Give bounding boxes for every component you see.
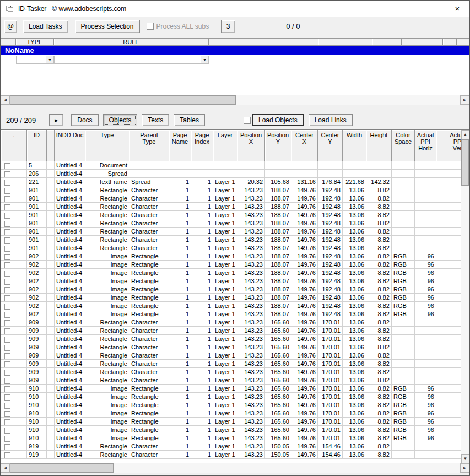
objects-hscrollbar[interactable]: ◄ ► bbox=[1, 463, 469, 473]
table-row[interactable]: 909Untitled-4RectangleCharacter11Layer 1… bbox=[1, 343, 469, 351]
table-row[interactable]: 910Untitled-4ImageRectangle11Layer 1143.… bbox=[1, 409, 469, 418]
texts-button[interactable]: Texts bbox=[142, 114, 169, 126]
row-checkbox[interactable] bbox=[4, 287, 10, 293]
table-row[interactable]: 909Untitled-4RectangleCharacter11Layer 1… bbox=[1, 318, 469, 327]
table-row[interactable]: 910Untitled-4ImageRectangle11Layer 1143.… bbox=[1, 418, 469, 426]
rule-combo[interactable]: ▼ bbox=[54, 56, 209, 64]
table-row[interactable]: 910Untitled-4ImageRectangle11Layer 1143.… bbox=[1, 434, 469, 442]
batch-count-field[interactable]: 3 bbox=[221, 20, 235, 33]
scroll-right-arrow-icon[interactable]: ► bbox=[460, 463, 469, 473]
row-checkbox[interactable] bbox=[4, 196, 10, 202]
row-checkbox[interactable] bbox=[4, 213, 10, 219]
at-button[interactable]: @ bbox=[4, 20, 17, 33]
row-checkbox[interactable] bbox=[4, 320, 10, 326]
row-checkbox[interactable] bbox=[4, 452, 10, 458]
table-row[interactable]: 221Untitled-4TextFrameSpread11Layer 120.… bbox=[1, 178, 469, 186]
row-checkbox[interactable] bbox=[4, 229, 10, 235]
row-checkbox[interactable] bbox=[4, 221, 10, 227]
row-checkbox[interactable] bbox=[4, 411, 10, 417]
table-row[interactable]: 910Untitled-4ImageRectangle11Layer 1143.… bbox=[1, 385, 469, 393]
table-row[interactable]: 909Untitled-4RectangleCharacter11Layer 1… bbox=[1, 351, 469, 360]
table-row[interactable]: 5Untitled-4Document bbox=[1, 161, 469, 170]
row-checkbox[interactable] bbox=[4, 295, 10, 301]
row-checkbox[interactable] bbox=[4, 436, 10, 442]
table-row[interactable]: 902Untitled-4ImageRectangle11Layer 1143.… bbox=[1, 269, 469, 277]
table-row[interactable]: 902Untitled-4ImageRectangle11Layer 1143.… bbox=[1, 310, 469, 318]
table-row[interactable]: 901Untitled-4RectangleCharacter11Layer 1… bbox=[1, 203, 469, 211]
table-row[interactable]: 902Untitled-4ImageRectangle11Layer 1143.… bbox=[1, 277, 469, 285]
load-tasks-button[interactable]: Load Tasks bbox=[23, 20, 68, 33]
table-row[interactable]: 919Untitled-4RectangleCharacter11Layer 1… bbox=[1, 442, 469, 451]
table-row[interactable]: 910Untitled-4ImageRectangle11Layer 1143.… bbox=[1, 393, 469, 401]
row-checkbox[interactable] bbox=[4, 246, 10, 252]
row-checkbox[interactable] bbox=[4, 394, 10, 401]
row-checkbox[interactable] bbox=[4, 386, 10, 392]
table-row[interactable]: 901Untitled-4RectangleCharacter11Layer 1… bbox=[1, 219, 469, 228]
table-row[interactable]: 902Untitled-4ImageRectangle11Layer 1143.… bbox=[1, 285, 469, 294]
table-row[interactable]: 902Untitled-4ImageRectangle11Layer 1143.… bbox=[1, 302, 469, 310]
scroll-left-arrow-icon[interactable]: ◄ bbox=[1, 463, 10, 473]
row-checkbox[interactable] bbox=[4, 419, 10, 425]
table-row[interactable]: 901Untitled-4RectangleCharacter11Layer 1… bbox=[1, 236, 469, 244]
combo-arrow-icon[interactable]: ▼ bbox=[201, 56, 208, 63]
objects-button[interactable]: Objects bbox=[103, 114, 138, 126]
process-all-subs-checkbox[interactable] bbox=[147, 23, 154, 30]
table-row[interactable]: 901Untitled-4RectangleCharacter11Layer 1… bbox=[1, 194, 469, 203]
row-checkbox[interactable] bbox=[4, 337, 10, 343]
row-checkbox[interactable] bbox=[4, 304, 10, 310]
row-checkbox[interactable] bbox=[4, 188, 10, 194]
row-checkbox[interactable] bbox=[4, 171, 10, 177]
scroll-thumb[interactable] bbox=[461, 139, 469, 186]
table-row[interactable]: 910Untitled-4ImageRectangle11Layer 1143.… bbox=[1, 401, 469, 409]
type-combo-value[interactable] bbox=[17, 56, 46, 63]
row-checkbox[interactable] bbox=[4, 312, 10, 318]
table-row[interactable]: 909Untitled-4RectangleCharacter11Layer 1… bbox=[1, 360, 469, 368]
row-checkbox[interactable] bbox=[4, 163, 10, 169]
table-row[interactable]: 909Untitled-4RectangleCharacter11Layer 1… bbox=[1, 368, 469, 376]
docs-button[interactable]: Docs bbox=[71, 114, 98, 126]
scroll-track[interactable] bbox=[10, 95, 460, 105]
type-combo[interactable]: ▼ bbox=[16, 56, 54, 64]
table-row[interactable]: 902Untitled-4ImageRectangle11Layer 1143.… bbox=[1, 261, 469, 269]
scroll-up-arrow-icon[interactable]: ▲ bbox=[461, 130, 469, 139]
table-row[interactable]: 909Untitled-4RectangleCharacter11Layer 1… bbox=[1, 376, 469, 385]
table-row[interactable]: 910Untitled-4ImageRectangle11Layer 1143.… bbox=[1, 426, 469, 434]
row-checkbox[interactable] bbox=[4, 428, 10, 434]
scroll-thumb[interactable] bbox=[10, 95, 236, 105]
table-row[interactable]: 919Untitled-4RectangleCharacter11Layer 1… bbox=[1, 451, 469, 459]
table-row[interactable]: 901Untitled-4RectangleCharacter11Layer 1… bbox=[1, 186, 469, 194]
rule-combo-value[interactable] bbox=[55, 56, 201, 63]
title-bar[interactable]: ID-Tasker © www.adobescripts.com × bbox=[1, 1, 469, 17]
play-button[interactable]: ► bbox=[49, 114, 63, 126]
row-checkbox[interactable] bbox=[4, 279, 10, 285]
scroll-right-arrow-icon[interactable]: ► bbox=[460, 95, 469, 105]
load-objects-checkbox[interactable] bbox=[244, 117, 251, 124]
table-row[interactable]: 206Untitled-4Spread bbox=[1, 170, 469, 178]
objects-vscrollbar[interactable]: ▲ ▼ bbox=[461, 130, 469, 463]
row-checkbox[interactable] bbox=[4, 378, 10, 384]
combo-arrow-icon[interactable]: ▼ bbox=[46, 56, 53, 63]
load-objects-button[interactable]: Load Objects bbox=[252, 114, 304, 126]
row-checkbox[interactable] bbox=[4, 271, 10, 277]
row-checkbox[interactable] bbox=[4, 403, 10, 409]
close-button[interactable]: × bbox=[445, 1, 469, 17]
row-checkbox[interactable] bbox=[4, 345, 10, 351]
scroll-left-arrow-icon[interactable]: ◄ bbox=[1, 95, 10, 105]
row-checkbox[interactable] bbox=[4, 262, 10, 268]
row-checkbox[interactable] bbox=[4, 328, 10, 334]
table-row[interactable]: 902Untitled-4ImageRectangle11Layer 1143.… bbox=[1, 252, 469, 261]
row-checkbox[interactable] bbox=[4, 180, 10, 186]
scroll-down-arrow-icon[interactable]: ▼ bbox=[461, 454, 469, 463]
scroll-thumb[interactable] bbox=[10, 463, 114, 473]
scroll-track[interactable] bbox=[10, 463, 460, 473]
table-row[interactable]: 901Untitled-4RectangleCharacter11Layer 1… bbox=[1, 228, 469, 236]
row-checkbox[interactable] bbox=[4, 370, 10, 376]
table-row[interactable]: 901Untitled-4RectangleCharacter11Layer 1… bbox=[1, 244, 469, 252]
process-selection-button[interactable]: Process Selection bbox=[75, 20, 140, 33]
scroll-track[interactable] bbox=[461, 139, 469, 454]
load-links-button[interactable]: Load Links bbox=[309, 114, 353, 126]
row-checkbox[interactable] bbox=[4, 204, 10, 210]
row-checkbox[interactable] bbox=[4, 353, 10, 359]
table-row[interactable]: 909Untitled-4RectangleCharacter11Layer 1… bbox=[1, 335, 469, 343]
tables-button[interactable]: Tables bbox=[174, 114, 205, 126]
